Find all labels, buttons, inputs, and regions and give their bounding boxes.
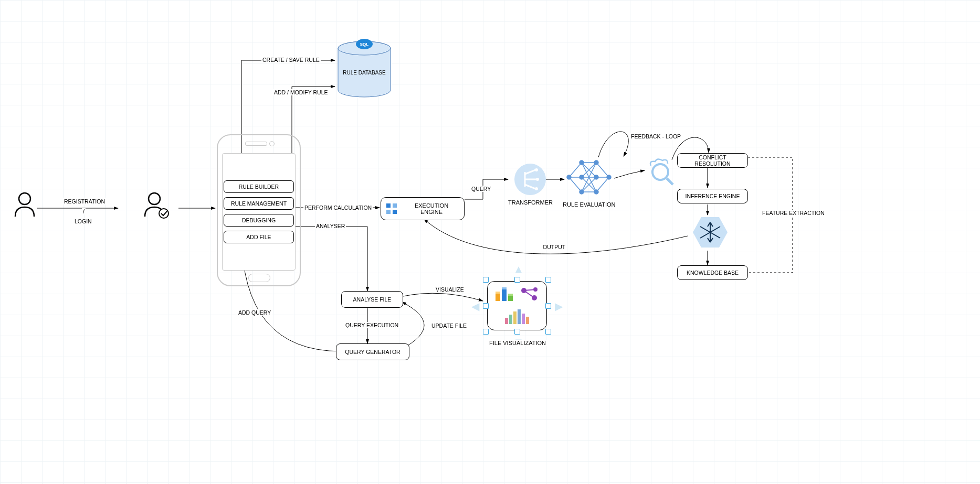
svg-rect-23: [513, 311, 517, 324]
edge-output: OUTPUT: [542, 244, 566, 250]
edge-update-file: UPDATE FILE: [430, 322, 468, 329]
edge-query-execution: QUERY EXECUTION: [344, 322, 399, 328]
svg-point-2: [159, 209, 168, 218]
slash-label: /: [82, 208, 86, 214]
svg-line-42: [596, 163, 609, 177]
registration-label: REGISTRATION: [63, 198, 106, 205]
rule-database: SQL RULE DATABASE: [336, 41, 393, 100]
svg-rect-24: [518, 309, 521, 324]
file-visualization[interactable]: ▲ ▼ ◀ ▶: [483, 277, 551, 335]
conflict-resolution: CONFLICT RESOLUTION: [677, 153, 748, 168]
phone-rule-builder[interactable]: RULE BUILDER: [224, 180, 294, 193]
edge-feature-extraction: FEATURE EXTRACTION: [761, 210, 826, 216]
svg-rect-26: [526, 317, 529, 324]
sql-badge: SQL: [355, 38, 374, 50]
phone-rule-builder-label: RULE BUILDER: [239, 184, 279, 190]
rule-database-label: RULE DATABASE: [336, 70, 393, 76]
svg-rect-13: [502, 287, 507, 289]
svg-rect-21: [505, 318, 508, 324]
histogram-icon: [504, 307, 530, 325]
diagram-canvas[interactable]: REGISTRATION / LOGIN RULE BUILDER RULE M…: [0, 0, 980, 484]
query-generator: QUERY GENERATOR: [336, 343, 409, 360]
execution-engine-label: EXECUTION ENGINE: [403, 202, 460, 215]
arrow-layer: [0, 0, 980, 484]
svg-point-54: [652, 164, 668, 180]
svg-line-20: [524, 291, 534, 298]
edge-visualize: VISUALIZE: [435, 286, 465, 293]
phone-debugging-label: DEBUGGING: [242, 217, 276, 223]
svg-rect-22: [509, 315, 512, 324]
rule-evaluation-label: RULE EVALUATION: [563, 201, 615, 208]
svg-rect-15: [508, 294, 513, 296]
edge-analyser: ANALYSER: [315, 223, 346, 229]
inference-engine: INFERENCE ENGINE: [677, 189, 748, 203]
analyse-file: ANALYSE FILE: [341, 291, 403, 308]
svg-rect-9: [393, 210, 397, 214]
phone-add-file[interactable]: ADD FILE: [224, 231, 294, 243]
phone-rule-management[interactable]: RULE MANAGEMENT: [224, 197, 294, 210]
transformer: TRANSFORMER: [508, 163, 553, 206]
transformer-label: TRANSFORMER: [508, 199, 553, 206]
svg-point-28: [535, 168, 538, 171]
authenticated-user-icon: [142, 191, 171, 222]
edge-add-modify-rule: ADD / MODIFY RULE: [273, 89, 329, 95]
file-visualization-label: FILE VISUALIZATION: [488, 340, 547, 346]
svg-rect-8: [386, 210, 391, 214]
login-label: LOGIN: [73, 218, 93, 224]
svg-line-39: [569, 163, 582, 177]
svg-rect-6: [386, 203, 391, 208]
svg-rect-11: [496, 292, 500, 294]
knowledge-base: KNOWLEDGE BASE: [677, 265, 748, 280]
magnifier-icon: [645, 156, 676, 187]
svg-line-55: [667, 178, 673, 185]
svg-rect-12: [502, 289, 507, 301]
execution-engine: EXECUTION ENGINE: [381, 197, 465, 220]
edge-feedback-loop: FEEDBACK - LOOP: [630, 133, 682, 139]
phone-rule-management-label: RULE MANAGEMENT: [231, 200, 287, 207]
bar-chart-icon: [494, 286, 514, 302]
edge-query: QUERY: [470, 186, 492, 192]
svg-rect-25: [522, 314, 525, 324]
svg-line-44: [596, 177, 609, 192]
edge-add-query: ADD QUERY: [237, 309, 272, 316]
gear-icon: [385, 202, 398, 215]
edge-create-save-rule: CREATE / SAVE RULE: [261, 57, 321, 63]
phone-add-file-label: ADD FILE: [246, 234, 271, 240]
graph-icon: [520, 286, 540, 302]
edge-perform-calculation: PERFORM CALCULATION: [303, 205, 373, 211]
hexagon-icon: [692, 215, 729, 251]
rule-evaluation: RULE EVALUATION: [563, 156, 615, 208]
svg-point-30: [535, 187, 538, 190]
svg-point-29: [536, 178, 539, 181]
svg-rect-10: [496, 294, 500, 301]
svg-point-0: [19, 193, 30, 205]
svg-rect-14: [508, 296, 513, 301]
svg-rect-7: [393, 203, 397, 208]
user-icon: [13, 191, 36, 221]
phone-mockup: RULE BUILDER RULE MANAGEMENT DEBUGGING A…: [217, 134, 301, 286]
svg-point-1: [149, 193, 160, 205]
phone-debugging[interactable]: DEBUGGING: [224, 214, 294, 227]
svg-line-41: [569, 177, 582, 192]
